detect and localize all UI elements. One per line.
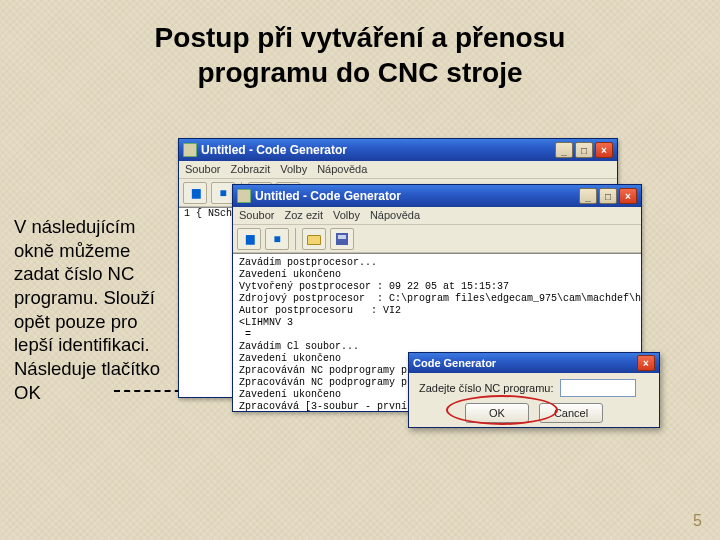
- slide-title: Postup při vytváření a přenosu programu …: [0, 20, 720, 90]
- stop-button[interactable]: ■: [265, 228, 289, 250]
- minimize-button[interactable]: _: [555, 142, 573, 158]
- window-title: Untitled - Code Generator: [201, 143, 347, 157]
- menu-item[interactable]: Soubor: [185, 163, 220, 176]
- minimize-button[interactable]: _: [579, 188, 597, 204]
- menu-item[interactable]: Zobrazit: [230, 163, 270, 176]
- title-line2: programu do CNC stroje: [197, 57, 522, 88]
- maximize-button[interactable]: □: [599, 188, 617, 204]
- menu-item[interactable]: Nápověda: [317, 163, 367, 176]
- body-text: V následujícím okně můžeme zadat číslo N…: [14, 215, 174, 404]
- dialog-label: Zadejte číslo NC programu:: [419, 382, 554, 394]
- title-line1: Postup při vytváření a přenosu: [155, 22, 566, 53]
- titlebar[interactable]: Untitled - Code Generator _ □ ×: [233, 185, 641, 207]
- menubar: Soubor Zobrazit Volby Nápověda: [179, 161, 617, 179]
- app-icon: [183, 143, 197, 157]
- window-title: Untitled - Code Generator: [255, 189, 401, 203]
- titlebar[interactable]: Untitled - Code Generator _ □ ×: [179, 139, 617, 161]
- floppy-icon: [336, 233, 348, 245]
- highlight-ellipse: [446, 395, 558, 425]
- close-button[interactable]: ×: [637, 355, 655, 371]
- toolbar: ▮▮ ■: [233, 225, 641, 253]
- nc-program-number-input[interactable]: [560, 379, 636, 397]
- separator: [295, 228, 296, 250]
- pause-button[interactable]: ▮▮: [237, 228, 261, 250]
- dialog-title: Code Generator: [413, 357, 496, 369]
- close-button[interactable]: ×: [595, 142, 613, 158]
- app-icon: [237, 189, 251, 203]
- menu-item[interactable]: Volby: [333, 209, 360, 222]
- close-button[interactable]: ×: [619, 188, 637, 204]
- folder-open-icon: [307, 235, 321, 245]
- menu-item[interactable]: Soubor: [239, 209, 274, 222]
- menubar: Soubor Zoz ezit Volby Nápověda: [233, 207, 641, 225]
- save-button[interactable]: [330, 228, 354, 250]
- maximize-button[interactable]: □: [575, 142, 593, 158]
- slide-number: 5: [693, 512, 702, 530]
- menu-item[interactable]: Nápověda: [370, 209, 420, 222]
- pause-button[interactable]: ▮▮: [183, 182, 207, 204]
- open-button[interactable]: [302, 228, 326, 250]
- titlebar[interactable]: Code Generator ×: [409, 353, 659, 373]
- menu-item[interactable]: Zoz ezit: [284, 209, 323, 222]
- menu-item[interactable]: Volby: [280, 163, 307, 176]
